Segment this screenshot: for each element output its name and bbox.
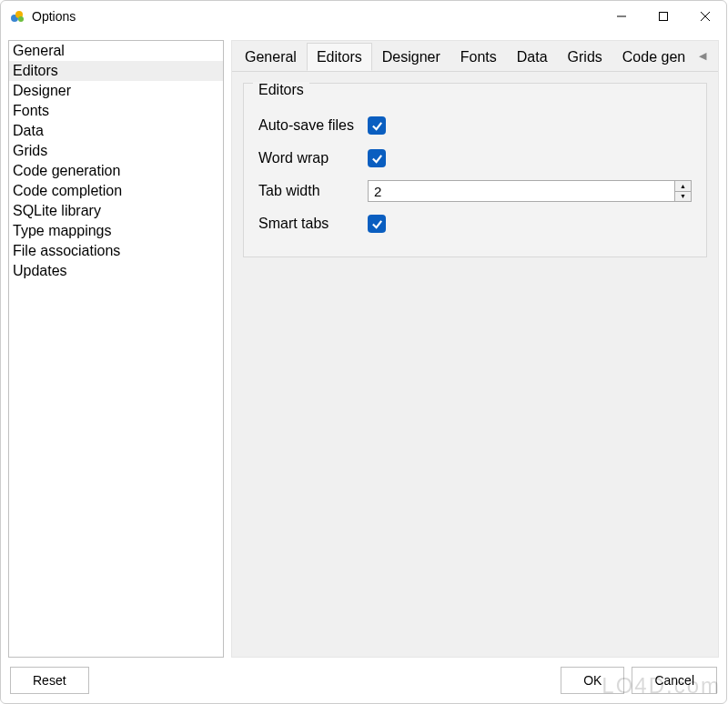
tab-strip: GeneralEditorsDesignerFontsDataGridsCode… <box>232 41 718 72</box>
svg-rect-4 <box>660 13 668 21</box>
auto-save-checkbox[interactable] <box>368 116 386 135</box>
ok-button[interactable]: OK <box>561 667 624 694</box>
sidebar-item-updates[interactable]: Updates <box>9 261 223 281</box>
tab-width-row: Tab width ▲ ▼ <box>258 175 692 207</box>
tab-general[interactable]: General <box>235 43 307 71</box>
word-wrap-checkbox[interactable] <box>368 149 386 167</box>
category-list[interactable]: GeneralEditorsDesignerFontsDataGridsCode… <box>8 40 224 658</box>
editors-groupbox: Editors Auto-save files Word wrap <box>243 83 707 257</box>
sidebar-item-code-completion[interactable]: Code completion <box>9 181 223 201</box>
sidebar-item-type-mappings[interactable]: Type mappings <box>9 221 223 241</box>
tab-grids[interactable]: Grids <box>558 43 612 71</box>
footer: Reset OK Cancel <box>1 658 726 703</box>
editors-panel: Editors Auto-save files Word wrap <box>232 72 718 657</box>
spin-up-button[interactable]: ▲ <box>675 181 691 192</box>
sidebar-item-fonts[interactable]: Fonts <box>9 101 223 121</box>
main-row: GeneralEditorsDesignerFontsDataGridsCode… <box>1 33 726 658</box>
titlebar: Options <box>1 1 726 33</box>
options-window: Options GeneralEditorsDesignerFontsDataG… <box>0 0 727 704</box>
sidebar-item-grids[interactable]: Grids <box>9 141 223 161</box>
content-area: GeneralEditorsDesignerFontsDataGridsCode… <box>1 33 726 703</box>
sidebar-item-file-associations[interactable]: File associations <box>9 241 223 261</box>
smart-tabs-row: Smart tabs <box>258 207 692 240</box>
minimize-button[interactable] <box>601 1 642 32</box>
auto-save-label: Auto-save files <box>258 117 368 134</box>
spinner-buttons: ▲ ▼ <box>674 181 691 201</box>
tab-designer[interactable]: Designer <box>372 43 450 71</box>
word-wrap-label: Word wrap <box>258 150 368 166</box>
reset-button[interactable]: Reset <box>10 667 89 694</box>
smart-tabs-checkbox[interactable] <box>368 215 386 233</box>
sidebar-item-general[interactable]: General <box>9 41 223 61</box>
tab-width-input[interactable] <box>369 181 674 201</box>
group-title: Editors <box>253 82 309 98</box>
svg-point-2 <box>18 16 24 22</box>
app-icon <box>10 9 25 24</box>
right-panel: GeneralEditorsDesignerFontsDataGridsCode… <box>231 40 719 658</box>
tab-editors[interactable]: Editors <box>307 43 372 71</box>
auto-save-row: Auto-save files <box>258 109 692 142</box>
maximize-button[interactable] <box>642 1 684 32</box>
tab-width-spinner: ▲ ▼ <box>368 180 692 202</box>
tab-fonts[interactable]: Fonts <box>450 43 507 71</box>
close-button[interactable] <box>684 1 726 32</box>
sidebar-item-data[interactable]: Data <box>9 121 223 141</box>
tab-code-gen[interactable]: Code gen <box>612 43 695 71</box>
cancel-button[interactable]: Cancel <box>632 667 717 694</box>
tab-data[interactable]: Data <box>507 43 558 71</box>
sidebar-item-code-generation[interactable]: Code generation <box>9 161 223 181</box>
word-wrap-row: Word wrap <box>258 142 692 175</box>
window-controls <box>601 1 726 32</box>
spin-down-button[interactable]: ▼ <box>675 192 691 202</box>
tab-scroll-left-icon[interactable]: ◀ <box>695 50 710 62</box>
sidebar-item-sqlite-library[interactable]: SQLite library <box>9 201 223 221</box>
smart-tabs-label: Smart tabs <box>258 216 368 232</box>
sidebar-item-designer[interactable]: Designer <box>9 81 223 101</box>
sidebar-item-editors[interactable]: Editors <box>9 61 223 81</box>
tab-width-label: Tab width <box>258 183 368 199</box>
window-title: Options <box>32 9 601 24</box>
